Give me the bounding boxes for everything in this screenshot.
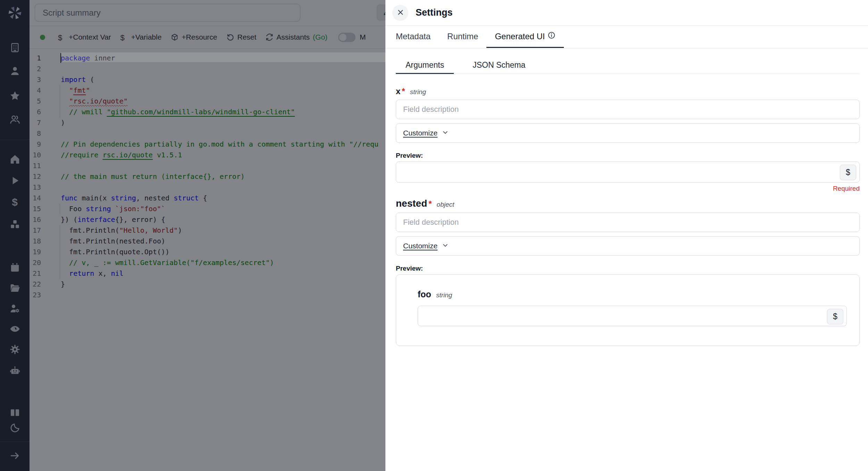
windmill-script-editor: $ $+Context Var$+Variable+ResourceResetA…	[0, 0, 868, 471]
preview-label: Preview:	[396, 265, 860, 272]
child-property-name: foo	[418, 289, 431, 299]
schema-subtabs: Arguments JSON Schema	[396, 57, 860, 74]
dollar-icon: $	[846, 168, 850, 177]
argument-section-nested: nested * object Customize Preview: foo s…	[396, 198, 860, 346]
chevron-down-icon	[442, 129, 449, 137]
argument-section-x: x * string Customize Preview: $	[396, 86, 860, 192]
settings-header: Settings	[385, 0, 868, 26]
close-icon	[397, 8, 404, 17]
customize-expander[interactable]: Customize	[396, 123, 860, 143]
preview-label: Preview:	[396, 152, 860, 159]
modal-backdrop[interactable]	[0, 0, 385, 471]
nested-object-preview: foo string $	[396, 274, 860, 346]
generated-ui-content: Arguments JSON Schema x * string Customi…	[385, 57, 868, 346]
current-line-highlight	[61, 52, 385, 62]
argument-name: nested	[396, 198, 427, 209]
settings-panel: Settings Metadata Runtime Generated UI A…	[385, 0, 868, 471]
subtab-arguments[interactable]: Arguments	[396, 57, 454, 74]
field-description-input[interactable]	[396, 213, 860, 232]
info-icon	[548, 31, 556, 41]
close-button[interactable]	[392, 5, 408, 21]
preview-field-x: $	[396, 162, 860, 183]
subtab-json-schema[interactable]: JSON Schema	[463, 57, 535, 74]
variable-picker-button[interactable]: $	[840, 165, 856, 180]
required-asterisk: *	[428, 199, 432, 209]
settings-tabs: Metadata Runtime Generated UI	[385, 26, 868, 48]
required-message: Required	[396, 185, 860, 192]
argument-type: string	[410, 88, 426, 96]
preview-field-foo: $	[418, 306, 847, 326]
child-property-type: string	[436, 291, 452, 299]
tab-runtime[interactable]: Runtime	[439, 26, 486, 48]
settings-title: Settings	[416, 7, 453, 18]
tab-metadata[interactable]: Metadata	[387, 26, 439, 48]
variable-picker-button[interactable]: $	[827, 309, 843, 324]
argument-type: object	[437, 201, 454, 208]
field-description-input[interactable]	[396, 100, 860, 119]
argument-name: x	[396, 86, 400, 96]
dollar-icon: $	[833, 312, 837, 321]
preview-input-x[interactable]	[396, 162, 859, 182]
customize-expander[interactable]: Customize	[396, 236, 860, 256]
required-asterisk: *	[402, 86, 405, 96]
tab-generated-ui[interactable]: Generated UI	[486, 26, 564, 48]
preview-input-foo[interactable]	[418, 306, 846, 326]
chevron-down-icon	[442, 242, 449, 250]
